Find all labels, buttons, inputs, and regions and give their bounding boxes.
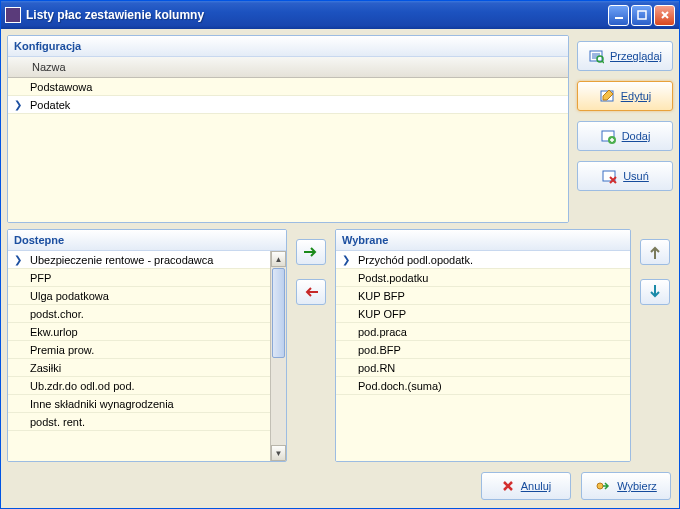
move-up-button[interactable] bbox=[640, 239, 670, 265]
list-item-label: podst. rent. bbox=[28, 416, 85, 428]
scroll-thumb[interactable] bbox=[272, 268, 285, 358]
close-icon bbox=[660, 10, 670, 20]
list-item[interactable]: ❯Podatek bbox=[8, 96, 568, 114]
list-item-label: pod.praca bbox=[356, 326, 407, 338]
list-item-label: KUP OFP bbox=[356, 308, 406, 320]
list-item-label: Ekw.urlop bbox=[28, 326, 78, 338]
list-item-label: podst.chor. bbox=[28, 308, 84, 320]
list-item-label: Ulga podatkowa bbox=[28, 290, 109, 302]
maximize-button[interactable] bbox=[631, 5, 652, 26]
list-item[interactable]: Ub.zdr.do odl.od pod. bbox=[8, 377, 270, 395]
cancel-label: Anuluj bbox=[521, 480, 552, 492]
list-item-label: Zasiłki bbox=[28, 362, 61, 374]
list-item[interactable]: Pod.doch.(suma) bbox=[336, 377, 630, 395]
select-button[interactable]: Wybierz bbox=[581, 472, 671, 500]
edit-icon bbox=[599, 88, 615, 104]
browse-button[interactable]: Przeglądaj bbox=[577, 41, 673, 71]
list-item[interactable]: ❯Przychód podl.opodatk. bbox=[336, 251, 630, 269]
edit-label: Edytuj bbox=[621, 90, 652, 102]
list-item-label: Podstawowa bbox=[28, 81, 92, 93]
list-item[interactable]: pod.praca bbox=[336, 323, 630, 341]
cancel-button[interactable]: Anuluj bbox=[481, 472, 571, 500]
scroll-up-button[interactable]: ▲ bbox=[271, 251, 286, 267]
available-header: Dostepne bbox=[8, 230, 286, 251]
edit-button[interactable]: Edytuj bbox=[577, 81, 673, 111]
list-item-label: Inne składniki wynagrodzenia bbox=[28, 398, 174, 410]
list-item[interactable]: Ekw.urlop bbox=[8, 323, 270, 341]
list-item[interactable]: Podstawowa bbox=[8, 78, 568, 96]
minimize-button[interactable] bbox=[608, 5, 629, 26]
list-item-label: Podatek bbox=[28, 99, 70, 111]
list-item[interactable]: PFP bbox=[8, 269, 270, 287]
config-column-header[interactable]: Nazwa bbox=[8, 57, 568, 78]
list-item-label: Ubezpieczenie rentowe - pracodawca bbox=[28, 254, 213, 266]
row-indicator: ❯ bbox=[8, 254, 28, 265]
minimize-icon bbox=[614, 10, 624, 20]
select-icon bbox=[595, 479, 611, 493]
list-item[interactable]: Premia prow. bbox=[8, 341, 270, 359]
list-item[interactable]: podst.chor. bbox=[8, 305, 270, 323]
delete-button[interactable]: Usuń bbox=[577, 161, 673, 191]
svg-rect-0 bbox=[615, 17, 623, 19]
add-button[interactable]: Dodaj bbox=[577, 121, 673, 151]
config-grid[interactable]: Podstawowa❯Podatek bbox=[8, 78, 568, 222]
select-label: Wybierz bbox=[617, 480, 657, 492]
svg-point-8 bbox=[597, 483, 603, 489]
list-item[interactable]: pod.BFP bbox=[336, 341, 630, 359]
add-icon bbox=[600, 128, 616, 144]
row-indicator: ❯ bbox=[336, 254, 356, 265]
list-item-label: Podst.podatku bbox=[356, 272, 428, 284]
browse-label: Przeglądaj bbox=[610, 50, 662, 62]
arrow-left-icon bbox=[303, 286, 319, 298]
list-item[interactable]: podst. rent. bbox=[8, 413, 270, 431]
window-title: Listy płac zestawienie kolumny bbox=[26, 8, 608, 22]
arrow-up-icon bbox=[649, 244, 661, 260]
move-down-button[interactable] bbox=[640, 279, 670, 305]
close-button[interactable] bbox=[654, 5, 675, 26]
app-window: Listy płac zestawienie kolumny Konfigura… bbox=[0, 0, 680, 509]
app-icon bbox=[5, 7, 21, 23]
available-scrollbar[interactable]: ▲ ▼ bbox=[270, 251, 286, 461]
list-item-label: Pod.doch.(suma) bbox=[356, 380, 442, 392]
scroll-down-button[interactable]: ▼ bbox=[271, 445, 286, 461]
list-item[interactable]: KUP BFP bbox=[336, 287, 630, 305]
add-label: Dodaj bbox=[622, 130, 651, 142]
arrow-right-icon bbox=[303, 246, 319, 258]
list-item[interactable]: pod.RN bbox=[336, 359, 630, 377]
list-item[interactable]: ❯Ubezpieczenie rentowe - pracodawca bbox=[8, 251, 270, 269]
config-panel: Konfiguracja Nazwa Podstawowa❯Podatek bbox=[7, 35, 569, 223]
chosen-header: Wybrane bbox=[336, 230, 630, 251]
list-item-label: PFP bbox=[28, 272, 51, 284]
list-item-label: pod.BFP bbox=[356, 344, 401, 356]
list-item[interactable]: Podst.podatku bbox=[336, 269, 630, 287]
move-left-button[interactable] bbox=[296, 279, 326, 305]
list-item[interactable]: Inne składniki wynagrodzenia bbox=[8, 395, 270, 413]
delete-label: Usuń bbox=[623, 170, 649, 182]
maximize-icon bbox=[637, 10, 647, 20]
cancel-icon bbox=[501, 479, 515, 493]
config-header: Konfiguracja bbox=[8, 36, 568, 57]
delete-icon bbox=[601, 168, 617, 184]
list-item-label: Ub.zdr.do odl.od pod. bbox=[28, 380, 135, 392]
list-item[interactable]: Zasiłki bbox=[8, 359, 270, 377]
list-item-label: Przychód podl.opodatk. bbox=[356, 254, 473, 266]
browse-icon bbox=[588, 48, 604, 64]
list-item[interactable]: KUP OFP bbox=[336, 305, 630, 323]
arrow-down-icon bbox=[649, 284, 661, 300]
available-list[interactable]: ❯Ubezpieczenie rentowe - pracodawcaPFPUl… bbox=[8, 251, 286, 461]
chosen-panel: Wybrane ❯Przychód podl.opodatk.Podst.pod… bbox=[335, 229, 631, 462]
titlebar: Listy płac zestawienie kolumny bbox=[1, 1, 679, 29]
chosen-list[interactable]: ❯Przychód podl.opodatk.Podst.podatkuKUP … bbox=[336, 251, 630, 461]
list-item-label: Premia prow. bbox=[28, 344, 94, 356]
list-item-label: KUP BFP bbox=[356, 290, 405, 302]
available-panel: Dostepne ❯Ubezpieczenie rentowe - pracod… bbox=[7, 229, 287, 462]
list-item-label: pod.RN bbox=[356, 362, 395, 374]
row-indicator: ❯ bbox=[8, 99, 28, 110]
list-item[interactable]: Ulga podatkowa bbox=[8, 287, 270, 305]
svg-rect-1 bbox=[638, 11, 646, 19]
move-right-button[interactable] bbox=[296, 239, 326, 265]
